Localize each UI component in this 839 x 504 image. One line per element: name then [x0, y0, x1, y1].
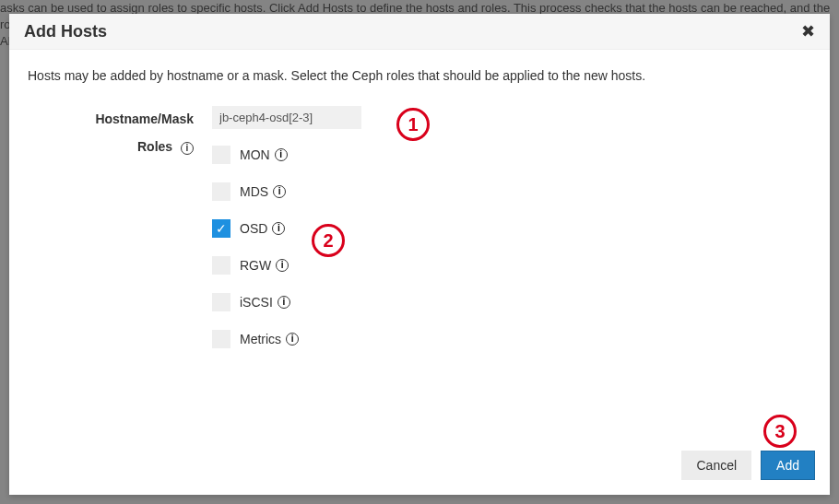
info-icon[interactable]	[181, 142, 194, 155]
modal-title: Add Hosts	[24, 22, 107, 41]
add-hosts-modal: Add Hosts ✖ Hosts may be added by hostna…	[9, 14, 830, 495]
info-icon[interactable]	[276, 259, 289, 272]
role-checkbox-metrics[interactable]	[212, 330, 230, 348]
role-checkbox-iscsi[interactable]	[212, 293, 230, 311]
role-checkbox-osd[interactable]	[212, 219, 230, 238]
roles-label: Roles	[137, 139, 172, 154]
role-row-mds: MDS	[212, 173, 811, 210]
hostname-mask-input[interactable]	[212, 106, 361, 129]
info-icon[interactable]	[272, 222, 285, 235]
role-label-iscsi: iSCSI	[240, 295, 273, 310]
hostname-mask-label: Hostname/Mask	[28, 106, 212, 126]
info-icon[interactable]	[286, 333, 299, 346]
role-label-mon: MON	[240, 147, 270, 162]
modal-intro-text: Hosts may be added by hostname or a mask…	[28, 68, 811, 83]
roles-row: Roles MON MDS OSD	[28, 136, 811, 357]
close-icon[interactable]: ✖	[801, 21, 815, 41]
hostname-row: Hostname/Mask	[28, 106, 811, 129]
role-checkbox-mds[interactable]	[212, 182, 230, 201]
roles-label-wrap: Roles	[28, 136, 212, 155]
modal-header: Add Hosts ✖	[9, 14, 830, 50]
info-icon[interactable]	[273, 185, 286, 198]
info-icon[interactable]	[275, 148, 288, 161]
role-checkbox-mon[interactable]	[212, 146, 230, 164]
role-row-osd: OSD	[212, 210, 811, 247]
modal-body: Hosts may be added by hostname or a mask…	[9, 50, 830, 438]
role-label-mds: MDS	[240, 184, 268, 199]
cancel-button[interactable]: Cancel	[681, 451, 751, 480]
role-row-metrics: Metrics	[212, 321, 811, 357]
role-label-metrics: Metrics	[240, 332, 281, 346]
role-row-mon: MON	[212, 136, 811, 173]
info-icon[interactable]	[278, 296, 290, 309]
role-checkbox-rgw[interactable]	[212, 256, 230, 275]
roles-checklist: MON MDS OSD RGW	[212, 136, 811, 357]
modal-footer: Cancel Add	[9, 438, 830, 495]
role-row-rgw: RGW	[212, 247, 811, 284]
role-label-osd: OSD	[240, 221, 267, 236]
role-label-rgw: RGW	[240, 258, 271, 273]
role-row-iscsi: iSCSI	[212, 284, 811, 321]
add-button[interactable]: Add	[761, 451, 815, 480]
